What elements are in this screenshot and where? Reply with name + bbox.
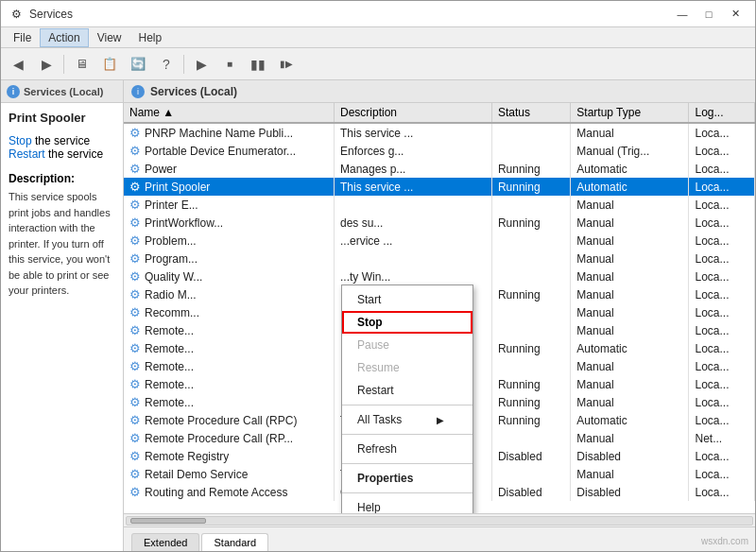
table-row[interactable]: ⚙Program... Manual Loca... — [124, 250, 755, 267]
menu-help[interactable]: Help — [130, 28, 171, 47]
cell-name: ⚙Remote Registry — [124, 447, 335, 465]
stop-label: the service — [35, 134, 90, 147]
ctx-item-label: Resume — [357, 361, 400, 374]
table-row[interactable]: ⚙Power Manages p... Running Automatic Lo… — [124, 160, 755, 178]
cell-logon: Loca... — [689, 465, 755, 483]
restart-label: the service — [48, 147, 103, 161]
ctx-item-label: Help — [357, 501, 381, 513]
cell-status — [491, 250, 570, 267]
context-menu-item[interactable]: Help — [342, 496, 472, 513]
sidebar-icon: i — [7, 85, 20, 98]
title-bar-controls: — □ ✕ — [670, 5, 747, 24]
restart-service-link[interactable]: Restart — [9, 147, 45, 161]
toolbar-sep-2 — [183, 55, 184, 74]
context-menu-item: Resume — [342, 356, 472, 379]
cell-startup: Automatic — [571, 339, 689, 357]
cell-status: Running — [491, 178, 570, 196]
cell-name: ⚙Power — [124, 160, 335, 178]
cell-logon: Loca... — [689, 178, 755, 196]
back-button[interactable]: ◀ — [5, 52, 31, 77]
context-menu-item[interactable]: All Tasks ▶ — [342, 408, 472, 431]
ctx-item-label: Refresh — [357, 442, 397, 456]
submenu-arrow: ▶ — [437, 415, 444, 425]
col-name[interactable]: Name ▲ — [124, 103, 335, 123]
play-toolbar-button[interactable]: ▶ — [188, 52, 215, 77]
table-row[interactable]: ⚙Portable Device Enumerator... Enforces … — [124, 142, 755, 160]
table-row[interactable]: ⚙PNRP Machine Name Publi... This service… — [124, 123, 755, 142]
cell-startup: Manual — [571, 393, 689, 411]
forward-button[interactable]: ▶ — [33, 52, 60, 77]
col-desc[interactable]: Description — [335, 103, 492, 123]
context-menu-item[interactable]: Restart — [342, 379, 472, 402]
ctx-item-label: Start — [357, 293, 381, 306]
tab-extended[interactable]: Extended — [131, 533, 199, 551]
cell-startup: Manual — [571, 429, 689, 447]
table-row[interactable]: ⚙Print Spooler This service ... Running … — [124, 178, 755, 196]
stop-service-link[interactable]: Stop — [9, 134, 32, 147]
cell-name: ⚙Printer E... — [124, 196, 335, 214]
minimize-button[interactable]: — — [670, 5, 695, 24]
bottom-tabs: Extended Standard — [124, 526, 755, 551]
table-row[interactable]: ⚙Printer E... Manual Loca... — [124, 196, 755, 214]
window-title: Services — [29, 8, 73, 21]
ctx-separator — [342, 405, 472, 405]
col-logon[interactable]: Log... — [689, 103, 755, 123]
restart-toolbar-button[interactable]: ▮▶ — [273, 52, 300, 77]
cell-status — [491, 232, 570, 250]
cell-status: Running — [491, 160, 570, 178]
table-row[interactable]: ⚙Problem... ...ervice ... Manual Loca... — [124, 232, 755, 250]
cell-desc: ...ervice ... — [335, 232, 492, 250]
context-menu-item: Pause — [342, 334, 472, 356]
pause-toolbar-button[interactable]: ▮▮ — [245, 52, 271, 77]
ctx-separator — [342, 463, 472, 464]
table-row[interactable]: ⚙Quality W... ...ty Win... Manual Loca..… — [124, 267, 755, 285]
context-menu-item[interactable]: Properties — [342, 467, 472, 490]
ctx-item-label: All Tasks — [357, 413, 402, 426]
ctx-item-label: Properties — [357, 472, 413, 485]
cell-logon: Loca... — [689, 250, 755, 267]
scroll-track[interactable] — [126, 516, 753, 526]
cell-status — [491, 123, 570, 142]
cell-name: ⚙Remote... — [124, 393, 335, 411]
cell-status — [491, 429, 570, 447]
panel-header: i Services (Local) — [124, 80, 755, 103]
cell-startup: Automatic — [571, 411, 689, 429]
maximize-button[interactable]: □ — [696, 5, 721, 24]
cell-startup: Manual — [571, 123, 689, 142]
table-row[interactable]: ⚙PrintWorkflow... des su... Running Manu… — [124, 214, 755, 232]
horizontal-scrollbar[interactable] — [124, 513, 755, 526]
watermark: wsxdn.com — [701, 536, 748, 546]
help-toolbar-button[interactable]: ? — [153, 52, 180, 77]
cell-startup: Manual — [571, 357, 689, 375]
show-computer-button[interactable]: 🖥 — [68, 52, 94, 77]
cell-logon: Loca... — [689, 321, 755, 339]
tab-standard[interactable]: Standard — [201, 533, 268, 551]
close-button[interactable]: ✕ — [723, 5, 747, 24]
cell-status: Running — [491, 339, 570, 357]
context-menu-item[interactable]: Refresh — [342, 438, 472, 460]
cell-name: ⚙PrintWorkflow... — [124, 214, 335, 232]
cell-desc: Enforces g... — [335, 142, 492, 160]
cell-status: Running — [491, 214, 570, 232]
menu-view[interactable]: View — [89, 28, 130, 47]
cell-startup: Automatic — [571, 160, 689, 178]
col-startup[interactable]: Startup Type — [571, 103, 689, 123]
menu-bar: File Action View Help — [1, 27, 755, 48]
sidebar-links: Stop the service Restart the service — [9, 134, 115, 161]
toolbar-sep-1 — [63, 55, 64, 74]
col-status[interactable]: Status — [491, 103, 570, 123]
scroll-thumb[interactable] — [130, 518, 206, 524]
refresh-toolbar-button[interactable]: 🔄 — [125, 52, 151, 77]
properties-button[interactable]: 📋 — [96, 52, 123, 77]
context-menu-item[interactable]: Stop — [342, 311, 472, 334]
cell-name: ⚙Remote... — [124, 339, 335, 357]
menu-file[interactable]: File — [5, 28, 40, 47]
cell-status — [491, 357, 570, 375]
table-container[interactable]: Name ▲ Description Status Startup Type L… — [124, 103, 755, 513]
stop-toolbar-button[interactable]: ■ — [216, 52, 243, 77]
context-menu-item[interactable]: Start — [342, 288, 472, 311]
title-bar: ⚙ Services — □ ✕ — [1, 1, 755, 27]
cell-logon: Loca... — [689, 123, 755, 142]
menu-action[interactable]: Action — [40, 28, 88, 47]
cell-status — [491, 465, 570, 483]
